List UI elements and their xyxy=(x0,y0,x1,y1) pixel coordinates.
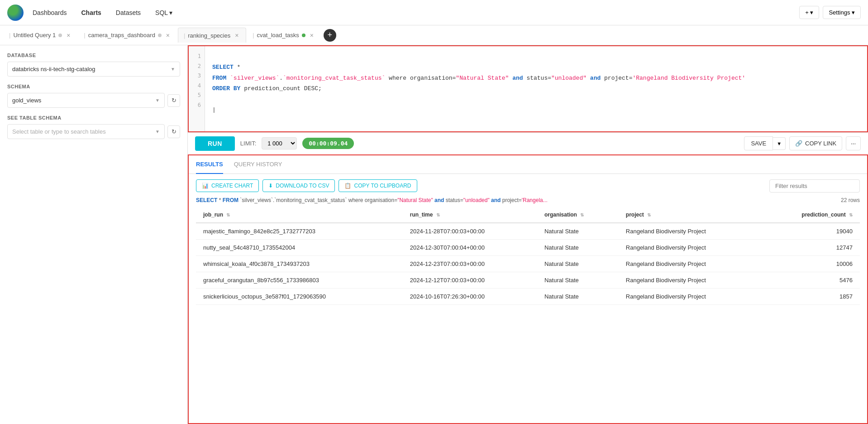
download-icon: ⬇ xyxy=(268,183,273,189)
query-preview-text: SELECT * FROM `silver_views`.`monitoring… xyxy=(196,197,548,203)
nav-sql[interactable]: SQL ▾ xyxy=(150,5,178,20)
clipboard-icon: 📋 xyxy=(344,183,351,189)
database-label: DATABASE xyxy=(7,53,180,58)
run-button[interactable]: RUN xyxy=(195,136,235,151)
cell-job-run: whimsical_koala_4f0c3878_1734937203 xyxy=(196,255,403,272)
limit-label: LIMIT: xyxy=(240,140,256,147)
cell-project: Rangeland Biodiversity Project xyxy=(619,272,761,288)
results-tab[interactable]: RESULTS xyxy=(196,155,223,174)
table-row[interactable]: nutty_seal_54c48710_1735542004 2024-12-3… xyxy=(196,239,860,255)
create-chart-button[interactable]: 📊 CREATE CHART xyxy=(196,179,259,192)
cell-run-time: 2024-12-30T07:00:04+00:00 xyxy=(403,239,537,255)
save-dropdown-button[interactable]: ▼ xyxy=(773,137,786,150)
results-area: RESULTS QUERY HISTORY 📊 CREATE CHART ⬇ D… xyxy=(188,154,868,424)
add-tab-button[interactable]: + xyxy=(324,29,336,42)
tab-label3: ranking_species xyxy=(188,32,230,39)
tabs-bar: | Untitled Query 1 × | camera_traps_dash… xyxy=(0,25,868,45)
tab-separator3: | xyxy=(184,32,185,39)
schema-select[interactable]: gold_views ▼ xyxy=(7,93,165,108)
tab-untitled-query[interactable]: | Untitled Query 1 × xyxy=(4,28,77,43)
col-run-time[interactable]: run_time ⇅ xyxy=(403,207,537,223)
tab-separator4: | xyxy=(253,32,254,39)
table-refresh-button[interactable]: ↻ xyxy=(167,125,180,138)
schema-value: gold_views xyxy=(12,97,41,104)
tab-cvat-load-tasks[interactable]: | cvat_load_tasks × xyxy=(247,28,321,43)
col-organisation[interactable]: organisation ⇅ xyxy=(537,207,619,223)
limit-select[interactable]: 1 000 5 000 10 000 xyxy=(262,137,297,149)
cell-run-time: 2024-10-16T07:26:30+00:00 xyxy=(403,288,537,304)
sort-icon-5: ⇅ xyxy=(849,212,853,217)
app-logo[interactable] xyxy=(7,5,24,21)
table-search-select[interactable]: Select table or type to search tables ▼ xyxy=(7,124,165,139)
results-content: 📊 CREATE CHART ⬇ DOWNLOAD TO CSV 📋 COPY … xyxy=(189,174,867,423)
sidebar: DATABASE databricks ns-ii-tech-stg-catal… xyxy=(0,45,188,424)
cell-organisation: Natural State xyxy=(537,272,619,288)
cell-run-time: 2024-12-12T07:00:03+00:00 xyxy=(403,272,537,288)
chart-icon: 📊 xyxy=(202,183,209,189)
col-prediction-count[interactable]: prediction_count ⇅ xyxy=(761,207,860,223)
schema-label: SCHEMA xyxy=(7,84,180,89)
copy-link-button[interactable]: 🔗 COPY LINK xyxy=(789,136,842,150)
tab-label4: cvat_load_tasks xyxy=(257,32,299,39)
cell-prediction-count: 1857 xyxy=(761,288,860,304)
copy-clipboard-button[interactable]: 📋 COPY TO CLIPBOARD xyxy=(339,179,417,192)
cell-project: Rangeland Biodiversity Project xyxy=(619,239,761,255)
results-table: job_run ⇅ run_time ⇅ organisation ⇅ xyxy=(196,207,860,305)
link-icon: 🔗 xyxy=(795,140,802,147)
cell-job-run: majestic_flamingo_842e8c25_1732777203 xyxy=(196,223,403,240)
table-schema-label: SEE TABLE SCHEMA xyxy=(7,115,180,120)
table-row[interactable]: majestic_flamingo_842e8c25_1732777203 20… xyxy=(196,223,860,240)
nav-datasets[interactable]: Datasets xyxy=(110,5,146,20)
cell-organisation: Natural State xyxy=(537,239,619,255)
cell-job-run: snickerlicious_octopus_3e587f01_17290635… xyxy=(196,288,403,304)
sort-icon-3: ⇅ xyxy=(580,212,584,217)
download-csv-button[interactable]: ⬇ DOWNLOAD TO CSV xyxy=(262,179,335,192)
cell-organisation: Natural State xyxy=(537,288,619,304)
main-layout: DATABASE databricks ns-ii-tech-stg-catal… xyxy=(0,45,868,424)
tab-camera-traps[interactable]: | camera_traps_dashboard × xyxy=(78,28,177,43)
chevron-down-icon: ▼ xyxy=(171,67,175,72)
tab-close-icon[interactable]: × xyxy=(65,32,72,39)
tab-close-icon4[interactable]: × xyxy=(308,32,315,39)
cell-prediction-count: 19040 xyxy=(761,223,860,240)
rows-count-badge: 22 rows xyxy=(841,197,860,203)
database-select[interactable]: databricks ns-ii-tech-stg-catalog ▼ xyxy=(7,62,180,77)
tab-dot4 xyxy=(302,34,305,37)
settings-button[interactable]: Settings ▾ xyxy=(823,6,861,19)
save-button[interactable]: SAVE xyxy=(744,136,773,150)
results-table-wrap: job_run ⇅ run_time ⇅ organisation ⇅ xyxy=(196,207,860,418)
cell-run-time: 2024-11-28T07:00:03+00:00 xyxy=(403,223,537,240)
table-row[interactable]: snickerlicious_octopus_3e587f01_17290635… xyxy=(196,288,860,304)
filter-results-input[interactable] xyxy=(769,179,860,193)
cell-organisation: Natural State xyxy=(537,223,619,240)
add-button[interactable]: + ▾ xyxy=(799,6,819,19)
col-job-run[interactable]: job_run ⇅ xyxy=(196,207,403,223)
cell-prediction-count: 10006 xyxy=(761,255,860,272)
table-placeholder: Select table or type to search tables xyxy=(12,128,106,135)
chevron-down-icon3: ▼ xyxy=(155,129,160,134)
timer-badge: 00:00:09.04 xyxy=(302,138,354,149)
more-options-button[interactable]: ··· xyxy=(846,136,861,150)
tab-close-icon3[interactable]: × xyxy=(233,32,240,39)
results-actions: 📊 CREATE CHART ⬇ DOWNLOAD TO CSV 📋 COPY … xyxy=(196,179,860,193)
sort-icon-4: ⇅ xyxy=(647,212,651,217)
cell-run-time: 2024-12-23T07:00:03+00:00 xyxy=(403,255,537,272)
nav-dashboards[interactable]: Dashboards xyxy=(27,5,72,20)
editor-content[interactable]: SELECT * FROM `silver_views`.`monitoring… xyxy=(205,46,867,131)
tab-ranking-species[interactable]: | ranking_species × xyxy=(178,28,246,43)
cell-job-run: nutty_seal_54c48710_1735542004 xyxy=(196,239,403,255)
cell-organisation: Natural State xyxy=(537,255,619,272)
tab-label2: camera_traps_dashboard xyxy=(88,32,155,39)
col-project[interactable]: project ⇅ xyxy=(619,207,761,223)
schema-refresh-button[interactable]: ↻ xyxy=(167,94,180,107)
tab-dot xyxy=(58,34,62,37)
cell-project: Rangeland Biodiversity Project xyxy=(619,223,761,240)
nav-charts[interactable]: Charts xyxy=(76,5,107,20)
cell-project: Rangeland Biodiversity Project xyxy=(619,255,761,272)
table-row[interactable]: whimsical_koala_4f0c3878_1734937203 2024… xyxy=(196,255,860,272)
tab-close-icon2[interactable]: × xyxy=(164,32,172,39)
query-history-tab[interactable]: QUERY HISTORY xyxy=(234,155,282,174)
table-row[interactable]: graceful_orangutan_8b97c556_1733986803 2… xyxy=(196,272,860,288)
cell-prediction-count: 12747 xyxy=(761,239,860,255)
tab-label: Untitled Query 1 xyxy=(13,32,56,39)
